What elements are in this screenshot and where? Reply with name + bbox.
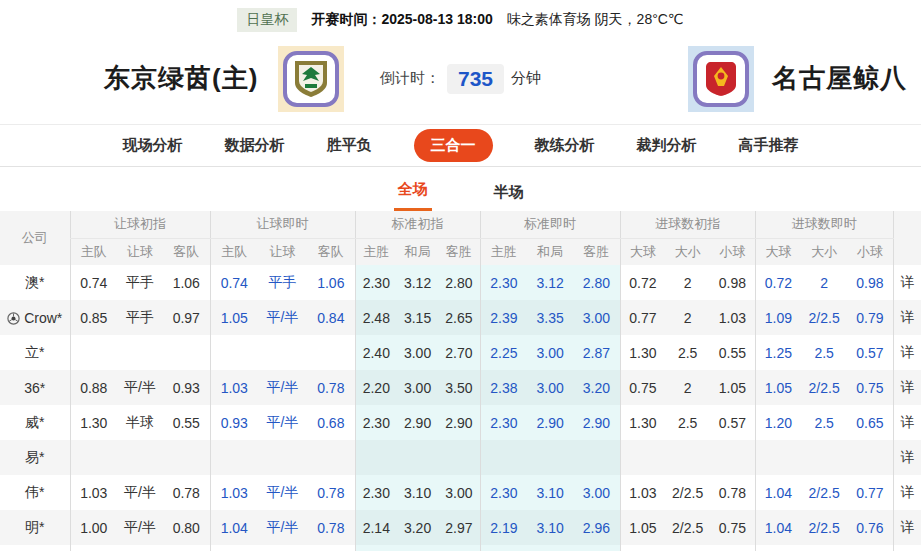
period-tab-half-time[interactable]: 半场 <box>490 183 528 211</box>
nav-tab-three-in-one[interactable]: 三合一 <box>414 129 493 162</box>
odds-cell <box>163 335 210 370</box>
odds-cell: 2.90 <box>397 405 438 440</box>
odds-cell: 1.04 <box>755 510 801 545</box>
odds-cell <box>573 440 620 475</box>
nav-tab-expert-picks[interactable]: 高手推荐 <box>739 136 799 155</box>
odds-cell <box>397 545 438 551</box>
company-cell <box>0 545 70 551</box>
table-row: 36*0.88平/半0.931.03平/半0.782.203.003.502.3… <box>0 370 921 405</box>
odds-cell <box>117 440 163 475</box>
odds-cell: 0.98 <box>710 265 755 300</box>
odds-cell <box>847 545 893 551</box>
odds-cell: 0.77 <box>847 475 893 510</box>
kickoff-label: 开赛时间： <box>311 11 381 27</box>
kickoff-time: 开赛时间：2025-08-13 18:00 <box>311 11 492 29</box>
odds-cell: 2.97 <box>438 510 480 545</box>
company-cell: 36* <box>0 370 70 405</box>
odds-cell: 2.48 <box>355 300 397 335</box>
odds-cell: 2 <box>665 265 710 300</box>
company-name: 立* <box>25 344 44 360</box>
away-crest-icon <box>693 51 749 107</box>
company-name: 36* <box>24 380 45 396</box>
odds-cell: 0.97 <box>163 300 210 335</box>
odds-cell: 2 <box>665 370 710 405</box>
odds-cell: 平/半 <box>258 510 307 545</box>
column-header-company: 公司 <box>0 211 70 265</box>
period-tab-full-time[interactable]: 全场 <box>394 180 432 211</box>
odds-cell: 3.50 <box>438 370 480 405</box>
odds-cell: 1.06 <box>163 265 210 300</box>
odds-cell <box>480 440 527 475</box>
venue-weather: 味之素体育场 阴天，28°C℃ <box>507 11 684 29</box>
detail-link[interactable]: 详 <box>893 335 921 370</box>
odds-cell: 3.00 <box>573 475 620 510</box>
odds-cell: 3.10 <box>397 475 438 510</box>
column-header: 客胜 <box>438 238 480 265</box>
nav-tab-live-analysis[interactable]: 现场分析 <box>123 136 183 155</box>
column-header: 主胜 <box>480 238 527 265</box>
odds-cell: 2.30 <box>480 405 527 440</box>
odds-cell: 1.30 <box>70 405 117 440</box>
detail-link[interactable]: 详 <box>893 265 921 300</box>
odds-cell: 0.78 <box>307 475 355 510</box>
period-tabs: 全场半场 <box>0 167 921 211</box>
odds-cell: 2.20 <box>355 370 397 405</box>
odds-cell: 0.79 <box>847 300 893 335</box>
odds-cell: 平/半 <box>117 510 163 545</box>
match-info-bar: 日皇杯 开赛时间：2025-08-13 18:00 味之素体育场 阴天，28°C… <box>0 0 921 32</box>
column-header: 小球 <box>710 238 755 265</box>
odds-cell: 2/2.5 <box>801 510 847 545</box>
odds-cell: 2.39 <box>480 300 527 335</box>
odds-cell: 2.5 <box>665 405 710 440</box>
odds-cell: 3.00 <box>527 370 573 405</box>
column-header: 和局 <box>397 238 438 265</box>
odds-cell: 0.88 <box>70 370 117 405</box>
detail-link[interactable]: 详 <box>893 510 921 545</box>
detail-link[interactable]: 详 <box>893 440 921 475</box>
odds-cell <box>620 545 665 551</box>
column-header: 让球 <box>258 238 307 265</box>
odds-cell: 2/2.5 <box>665 475 710 510</box>
countdown-unit: 分钟 <box>511 69 541 88</box>
nav-tab-data-analysis[interactable]: 数据分析 <box>225 136 285 155</box>
column-header: 主队 <box>210 238 258 265</box>
odds-cell: 1.30 <box>620 405 665 440</box>
odds-cell: 1.03 <box>210 370 258 405</box>
table-row: Crow*0.85平手0.971.05平/半0.842.483.152.652.… <box>0 300 921 335</box>
odds-cell <box>210 440 258 475</box>
odds-cell <box>258 545 307 551</box>
odds-cell: 1.04 <box>210 510 258 545</box>
column-header: 让球 <box>117 238 163 265</box>
odds-cell <box>801 545 847 551</box>
odds-cell: 1.05 <box>210 300 258 335</box>
odds-cell <box>258 335 307 370</box>
company-cell: 易* <box>0 440 70 475</box>
nav-tab-coach-analysis[interactable]: 教练分析 <box>535 136 595 155</box>
detail-link[interactable]: 详 <box>893 370 921 405</box>
detail-link[interactable]: 详 <box>893 475 921 510</box>
odds-cell: 2.5 <box>801 405 847 440</box>
odds-cell <box>117 545 163 551</box>
odds-cell <box>70 545 117 551</box>
odds-cell: 2.19 <box>480 510 527 545</box>
odds-cell <box>755 440 801 475</box>
odds-cell: 0.55 <box>710 335 755 370</box>
group-header: 标准即时 <box>480 211 620 238</box>
odds-cell: 3.00 <box>397 370 438 405</box>
odds-cell: 3.20 <box>573 370 620 405</box>
detail-link[interactable]: 详 <box>893 300 921 335</box>
column-header: 小球 <box>847 238 893 265</box>
odds-cell: 2.5 <box>665 335 710 370</box>
detail-link[interactable]: 详 <box>893 405 921 440</box>
nav-tab-win-draw-lose[interactable]: 胜平负 <box>327 136 372 155</box>
company-cell: Crow* <box>0 300 70 335</box>
odds-cell: 3.10 <box>527 510 573 545</box>
odds-cell: 0.78 <box>710 475 755 510</box>
odds-cell: 2.87 <box>573 335 620 370</box>
odds-cell <box>70 440 117 475</box>
nav-tab-referee-analysis[interactable]: 裁判分析 <box>637 136 697 155</box>
odds-cell <box>847 440 893 475</box>
odds-cell: 1.25 <box>755 335 801 370</box>
odds-cell <box>665 545 710 551</box>
odds-cell: 2.5 <box>801 335 847 370</box>
